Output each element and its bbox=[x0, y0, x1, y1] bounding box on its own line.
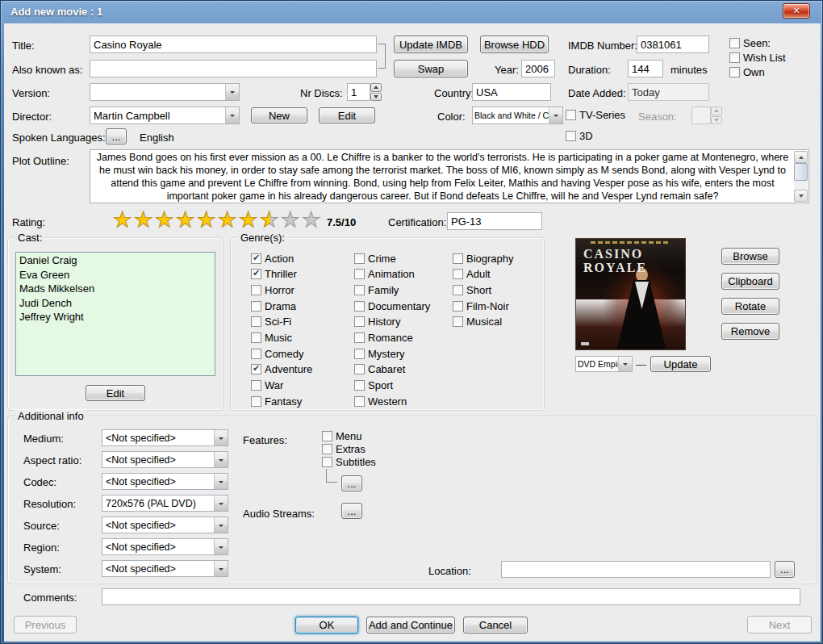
add-and-continue-button[interactable]: Add and Continue bbox=[366, 617, 455, 634]
star-rating[interactable]: ★★★★★★★★★★★★★★★★★★★★ bbox=[113, 209, 323, 232]
genre-checkbox-adventure[interactable]: Adventure bbox=[251, 364, 349, 375]
also-known-as-input[interactable] bbox=[90, 60, 377, 77]
cast-edit-button[interactable]: Edit bbox=[86, 385, 145, 401]
genre-checkbox-crime[interactable]: Crime bbox=[354, 253, 448, 264]
nr-discs-input[interactable]: 1 bbox=[347, 83, 370, 101]
cast-list-item[interactable]: Jeffrey Wright bbox=[16, 310, 215, 324]
genre-checkbox-comedy[interactable]: Comedy bbox=[251, 348, 349, 359]
medium-dropdown[interactable]: <Not specified> bbox=[102, 429, 228, 446]
resolution-label: Resolution: bbox=[23, 498, 76, 510]
system-dropdown[interactable]: <Not specified> bbox=[102, 560, 228, 577]
audio-streams-browse-button[interactable]: ... bbox=[341, 503, 362, 519]
year-input[interactable]: 2006 bbox=[521, 60, 555, 77]
director-edit-button[interactable]: Edit bbox=[319, 107, 375, 123]
genre-checkbox-mystery[interactable]: Mystery bbox=[354, 348, 448, 359]
star-empty-icon[interactable]: ★★ bbox=[281, 209, 302, 232]
genre-checkbox-romance[interactable]: Romance bbox=[354, 332, 448, 343]
genre-checkbox-thriller[interactable]: Thriller bbox=[251, 269, 349, 280]
plot-outline-textarea[interactable]: James Bond goes on his first ever missio… bbox=[90, 149, 809, 203]
poster-source-dropdown[interactable]: DVD Empire bbox=[575, 356, 633, 372]
star-full-icon[interactable]: ★★ bbox=[197, 209, 218, 232]
genre-checkbox-sport[interactable]: Sport bbox=[354, 380, 448, 391]
genre-checkbox-documentary[interactable]: Documentary bbox=[354, 300, 448, 312]
scrollbar-thumb[interactable] bbox=[794, 163, 808, 181]
plot-scrollbar[interactable] bbox=[794, 151, 808, 202]
genre-checkbox-adult[interactable]: Adult bbox=[453, 269, 541, 280]
star-full-icon[interactable]: ★★ bbox=[113, 209, 134, 232]
genre-checkbox-drama[interactable]: Drama bbox=[251, 300, 349, 312]
resolution-dropdown[interactable]: 720x576 (PAL DVD) bbox=[102, 495, 228, 512]
source-dropdown[interactable]: <Not specified> bbox=[102, 516, 228, 533]
poster-browse-button[interactable]: Browse bbox=[721, 248, 779, 265]
cancel-button[interactable]: Cancel bbox=[463, 617, 528, 634]
poster-remove-button[interactable]: Remove bbox=[721, 323, 779, 340]
genre-checkbox-family[interactable]: Family bbox=[354, 284, 448, 295]
star-full-icon[interactable]: ★★ bbox=[134, 209, 155, 232]
genre-checkbox-action[interactable]: Action bbox=[251, 253, 349, 264]
feature-menu-checkbox[interactable]: Menu bbox=[322, 430, 362, 441]
genre-checkbox-sci-fi[interactable]: Sci-Fi bbox=[251, 316, 349, 328]
features-browse-button[interactable]: ... bbox=[341, 475, 362, 491]
genre-checkbox-cabaret[interactable]: Cabaret bbox=[354, 364, 448, 375]
swap-button[interactable]: Swap bbox=[394, 60, 468, 77]
location-input[interactable] bbox=[501, 561, 771, 578]
genre-checkbox-music[interactable]: Music bbox=[251, 332, 349, 343]
cast-list-item[interactable]: Eva Green bbox=[16, 268, 215, 282]
cast-list-item[interactable]: Judi Dench bbox=[16, 296, 215, 311]
country-input[interactable]: USA bbox=[472, 83, 551, 101]
title-input[interactable]: Casino Royale bbox=[90, 36, 377, 53]
seen-checkbox[interactable]: Seen: bbox=[729, 37, 771, 48]
region-dropdown[interactable]: <Not specified> bbox=[102, 538, 228, 555]
genre-checkbox-biography[interactable]: Biography bbox=[453, 253, 541, 264]
duration-input[interactable]: 144 bbox=[628, 60, 663, 77]
star-empty-icon[interactable]: ★★ bbox=[302, 209, 323, 232]
update-imdb-button[interactable]: Update IMDB bbox=[394, 36, 468, 53]
genre-checkbox-film-noir[interactable]: Film-Noir bbox=[453, 300, 541, 312]
version-dropdown[interactable] bbox=[90, 83, 240, 101]
scroll-down-icon[interactable] bbox=[794, 190, 808, 202]
codec-dropdown[interactable]: <Not specified> bbox=[102, 473, 228, 490]
cast-list[interactable]: Daniel CraigEva GreenMads MikkelsenJudi … bbox=[15, 252, 215, 376]
aspect-ratio-dropdown[interactable]: <Not specified> bbox=[102, 451, 228, 468]
color-dropdown[interactable]: Black and White / Color bbox=[472, 107, 563, 124]
genre-checkbox-animation[interactable]: Animation bbox=[354, 269, 448, 280]
scroll-up-icon[interactable] bbox=[794, 151, 808, 163]
director-new-button[interactable]: New bbox=[251, 107, 307, 123]
star-full-icon[interactable]: ★★ bbox=[218, 209, 239, 232]
genre-checkbox-war[interactable]: War bbox=[251, 380, 349, 391]
genre-checkbox-western[interactable]: Western bbox=[354, 395, 448, 407]
browse-hdd-button[interactable]: Browse HDD bbox=[480, 36, 549, 53]
star-half-icon[interactable]: ★★ bbox=[260, 209, 281, 232]
genre-checkbox-horror[interactable]: Horror bbox=[251, 284, 349, 295]
cast-list-item[interactable]: Mads Mikkelsen bbox=[16, 282, 215, 296]
poster-update-button[interactable]: Update bbox=[650, 356, 711, 372]
threed-checkbox[interactable]: 3D bbox=[566, 130, 593, 141]
spinner-down-icon[interactable] bbox=[370, 93, 382, 102]
genre-checkbox-fantasy[interactable]: Fantasy bbox=[251, 395, 349, 407]
cast-list-item[interactable]: Daniel Craig bbox=[16, 253, 215, 268]
nr-discs-stepper[interactable] bbox=[370, 83, 382, 101]
spoken-languages-browse-button[interactable]: ... bbox=[106, 128, 127, 144]
poster-clipboard-button[interactable]: Clipboard bbox=[721, 273, 779, 290]
feature-subtitles-checkbox[interactable]: Subtitles bbox=[322, 456, 376, 467]
poster-rotate-button[interactable]: Rotate bbox=[721, 298, 779, 315]
location-browse-button[interactable]: ... bbox=[775, 561, 795, 578]
genre-checkbox-musical[interactable]: Musical bbox=[453, 316, 541, 328]
star-full-icon[interactable]: ★★ bbox=[239, 209, 260, 232]
spinner-up-icon[interactable] bbox=[370, 83, 382, 92]
own-checkbox[interactable]: Own bbox=[729, 66, 765, 77]
ok-button[interactable]: OK bbox=[295, 617, 358, 634]
comments-input[interactable] bbox=[102, 588, 800, 605]
certification-input[interactable]: PG-13 bbox=[447, 212, 542, 230]
wish-list-checkbox[interactable]: Wish List bbox=[729, 52, 786, 63]
feature-extras-checkbox[interactable]: Extras bbox=[322, 443, 366, 454]
imdb-number-input[interactable]: 0381061 bbox=[637, 36, 709, 53]
tv-series-checkbox[interactable]: TV-Series bbox=[566, 109, 625, 120]
close-button[interactable]: ✕ bbox=[783, 3, 810, 19]
star-full-icon[interactable]: ★★ bbox=[155, 209, 176, 232]
star-full-icon[interactable]: ★★ bbox=[176, 209, 197, 232]
genre-checkbox-short[interactable]: Short bbox=[453, 284, 541, 295]
title-bar[interactable]: Add new movie : 1 ✕ bbox=[1, 1, 823, 23]
director-dropdown[interactable]: Martin Campbell bbox=[90, 107, 240, 124]
genre-checkbox-history[interactable]: History bbox=[354, 316, 448, 328]
